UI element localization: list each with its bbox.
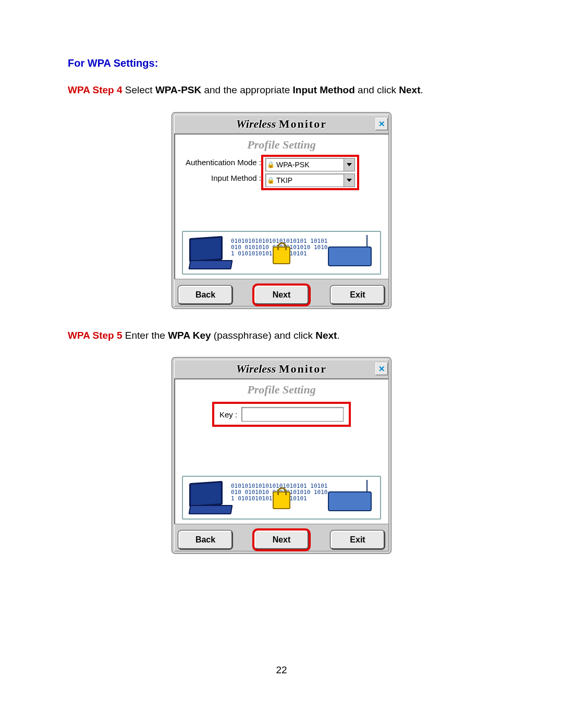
input-method-value: TKIP: [275, 176, 344, 184]
dialog-subhead: Profile Setting: [179, 138, 384, 152]
button-row: Back Next Exit: [174, 527, 389, 551]
chevron-down-icon[interactable]: [344, 158, 354, 171]
lock-icon: 🔒: [266, 161, 275, 168]
input-method-combo[interactable]: 🔒 TKIP: [265, 174, 355, 187]
dialog-1: Wireless Monitor ✕ Profile Setting Authe…: [172, 113, 391, 309]
key-label: Key :: [219, 410, 237, 419]
section-title: For WPA Settings:: [68, 57, 495, 69]
highlight-combos: 🔒 WPA-PSK 🔒 TKIP: [261, 155, 359, 190]
step5-tag: WPA Step 5: [68, 330, 123, 341]
highlight-key-row: Key :: [212, 402, 351, 427]
close-button[interactable]: ✕: [375, 363, 388, 375]
padlock-icon: [273, 246, 290, 264]
auth-mode-combo[interactable]: 🔒 WPA-PSK: [265, 158, 355, 171]
manual-page: For WPA Settings: WPA Step 4 Select WPA-…: [0, 0, 563, 728]
padlock-icon: [273, 491, 290, 509]
router-icon: [328, 246, 372, 266]
next-button[interactable]: Next: [254, 530, 309, 549]
chevron-down-icon[interactable]: [344, 174, 354, 187]
key-input[interactable]: [241, 407, 344, 422]
button-row: Back Next Exit: [174, 282, 389, 306]
illustration: 0101010101010101010101 10101010 0101010 …: [182, 231, 381, 275]
app-title: Wireless Monitor: [236, 117, 327, 131]
titlebar: Wireless Monitor ✕: [174, 115, 389, 133]
exit-button[interactable]: Exit: [331, 286, 385, 304]
titlebar: Wireless Monitor ✕: [174, 360, 389, 378]
router-icon: [328, 491, 372, 511]
step4-instruction: WPA Step 4 Select WPA-PSK and the approp…: [68, 84, 495, 97]
lock-icon: 🔒: [266, 177, 275, 184]
step4-tag: WPA Step 4: [68, 84, 123, 95]
dialog-subhead: Profile Setting: [179, 383, 384, 397]
dialog-2: Wireless Monitor ✕ Profile Setting Key :: [172, 357, 391, 553]
laptop-icon: [189, 237, 230, 266]
back-button[interactable]: Back: [178, 530, 232, 549]
page-number: 22: [0, 664, 563, 676]
back-button[interactable]: Back: [178, 286, 232, 304]
close-button[interactable]: ✕: [375, 118, 388, 130]
auth-mode-value: WPA-PSK: [275, 161, 344, 169]
exit-button[interactable]: Exit: [331, 530, 385, 549]
app-title: Wireless Monitor: [236, 362, 327, 376]
step5-instruction: WPA Step 5 Enter the WPA Key (passphrase…: [68, 329, 495, 342]
input-method-label: Input Method :: [179, 170, 261, 186]
laptop-icon: [189, 482, 230, 511]
illustration: 0101010101010101010101 10101010 0101010 …: [182, 476, 381, 520]
next-button[interactable]: Next: [254, 286, 309, 304]
auth-mode-label: Authentication Mode :: [179, 155, 261, 170]
